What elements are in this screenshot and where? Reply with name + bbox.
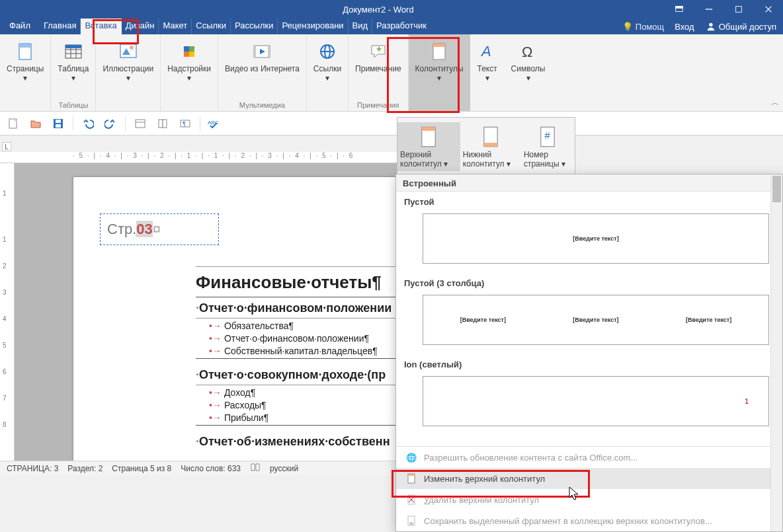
tab-developer[interactable]: Разработчик — [372, 19, 431, 34]
globe-icon: 🌐 — [405, 451, 417, 463]
svg-rect-15 — [65, 45, 81, 48]
undo-button[interactable] — [80, 116, 96, 132]
svg-rect-20 — [189, 46, 194, 52]
qat-btn-3[interactable]: ¶ — [177, 116, 193, 132]
pages-button[interactable]: Страницы▾ — [3, 37, 48, 85]
comment-icon: + — [368, 41, 389, 62]
help-button[interactable]: 💡Помощ — [617, 22, 669, 32]
quick-access-toolbar: ¶ ABC — [0, 112, 783, 135]
status-proofing[interactable] — [250, 462, 261, 475]
addins-icon — [179, 41, 200, 62]
gallery-scrollbar[interactable] — [770, 174, 782, 531]
addins-button[interactable]: Надстройки▾ — [163, 37, 215, 85]
page-number-dropdown[interactable]: # Номер страницы ▾ — [521, 122, 575, 171]
gallery-item-empty[interactable]: [Введите текст] — [423, 213, 769, 264]
tab-review[interactable]: Рецензировани — [278, 19, 348, 34]
ribbon-options-icon[interactable] — [664, 0, 694, 19]
maximize-button[interactable] — [723, 0, 753, 19]
status-page[interactable]: СТРАНИЦА: 3 — [7, 464, 58, 473]
bulb-icon: 💡 — [622, 22, 633, 32]
login-button[interactable]: Вход — [671, 20, 698, 34]
collapse-ribbon-icon[interactable]: ︿ — [771, 97, 779, 108]
header-page-icon — [415, 125, 442, 149]
status-section[interactable]: Раздел: 2 — [67, 464, 103, 473]
svg-rect-16 — [120, 44, 136, 57]
minimize-button[interactable] — [694, 0, 723, 19]
save-button[interactable] — [50, 116, 66, 132]
headers-footers-button[interactable]: Колонтитулы▾ — [411, 37, 468, 85]
illustrations-button[interactable]: Иллюстрации▾ — [99, 37, 157, 85]
doc-heading-2a: ·Отчет·о·финансовом·положении — [196, 301, 397, 315]
svg-text:+: + — [712, 22, 714, 26]
spellcheck-button[interactable]: ABC — [207, 116, 223, 132]
svg-rect-35 — [9, 119, 17, 128]
links-button[interactable]: Ссылки▾ — [309, 37, 345, 85]
svg-text:¶: ¶ — [183, 120, 186, 127]
vertical-ruler[interactable]: 1 1 2 3 4 5 6 7 8 — [0, 163, 15, 461]
header-icon — [429, 41, 450, 62]
new-doc-button[interactable] — [5, 116, 21, 132]
gallery-item-empty-label: Пустой — [396, 192, 782, 209]
table-icon — [63, 41, 84, 62]
status-page-of[interactable]: Страница 5 из 8 — [112, 464, 171, 473]
tab-mailings[interactable]: Рассылки — [231, 19, 278, 34]
svg-text:ABC: ABC — [208, 120, 219, 126]
tab-file[interactable]: Файл — [0, 19, 40, 34]
gallery-save-selection[interactable]: Сохранить выделенный фрагмент в коллекци… — [396, 510, 770, 531]
tab-design[interactable]: Дизайн — [122, 19, 159, 34]
video-button[interactable]: Видео из Интернета — [221, 37, 304, 75]
status-language[interactable]: русский — [270, 464, 298, 473]
tab-references[interactable]: Ссылки — [192, 19, 231, 34]
svg-rect-25 — [268, 46, 270, 57]
links-icon — [317, 41, 338, 62]
header-gallery-dropdown: Встроенный Пустой [Введите текст] Пустой… — [395, 174, 783, 532]
gallery-item-empty3[interactable]: [Введите текст] [Введите текст] [Введите… — [423, 295, 769, 345]
page-icon — [405, 473, 417, 484]
tab-insert[interactable]: Вставка — [81, 19, 121, 34]
footer-dropdown[interactable]: Нижний колонтитул ▾ — [460, 122, 521, 171]
cursor-icon — [569, 486, 581, 501]
document-body[interactable]: Финансовые·отчеты¶ ·Отчет·о·финансовом·п… — [196, 264, 397, 451]
tab-view[interactable]: Вид — [349, 19, 373, 34]
comments-group-label: Примечания — [357, 101, 399, 111]
table-button[interactable]: Таблица▾ — [54, 37, 93, 85]
tab-home[interactable]: Главная — [40, 19, 81, 34]
gallery-item-ion-label: Ion (светлый) — [396, 354, 782, 372]
tab-layout[interactable]: Макет — [159, 19, 192, 34]
page[interactable]: Стр.03¤ Финансовые·отчеты¶ ·Отчет·о·фина… — [73, 176, 397, 461]
media-group-label: Мультимедиа — [239, 101, 285, 111]
qat-btn-2[interactable] — [155, 116, 171, 132]
doc-heading-1: Финансовые·отчеты¶ — [196, 272, 397, 293]
gallery-footer: 🌐 Разрешить обновление контента с сайта … — [396, 446, 770, 531]
qat-btn-1[interactable] — [132, 116, 148, 132]
svg-rect-19 — [184, 46, 189, 52]
svg-point-18 — [130, 46, 134, 50]
horizontal-ruler[interactable]: · 5 · | · 4 · | · 3 · | · 2 · | · 1 · | … — [0, 152, 397, 163]
video-icon — [251, 41, 272, 62]
comment-button[interactable]: + Примечание — [351, 37, 405, 75]
redo-button[interactable] — [103, 116, 118, 132]
header-dropdown[interactable]: Верхний колонтитул ▾ — [397, 122, 460, 171]
window-title: Документ2 - Word — [93, 5, 664, 15]
tables-group-label: Таблицы — [58, 101, 88, 111]
symbols-button[interactable]: Ω Символы▾ — [507, 37, 550, 85]
ribbon-tabs: Файл Главная Вставка Дизайн Макет Ссылки… — [0, 19, 783, 34]
gallery-delete-header[interactable]: Удалить верхний колонтитул — [396, 489, 770, 510]
share-button[interactable]: + Общий доступ — [700, 20, 783, 34]
doc-heading-2b: ·Отчет·о·совокупном·доходе·(пр — [196, 368, 397, 382]
svg-rect-39 — [56, 124, 61, 128]
svg-rect-42 — [159, 120, 163, 128]
title-bar: Документ2 - Word — [0, 0, 783, 19]
svg-rect-22 — [189, 52, 194, 57]
gallery-edit-header[interactable]: Изменить верхний колонтитул — [396, 468, 770, 489]
ribbon: Страницы▾ Таблица▾ Таблицы Иллюстрации▾ … — [0, 34, 783, 112]
svg-rect-59 — [409, 522, 413, 525]
close-button[interactable] — [753, 0, 783, 19]
gallery-section-builtin: Встроенный — [396, 174, 782, 192]
text-button[interactable]: A Текст▾ — [473, 37, 502, 85]
delete-page-icon — [405, 494, 417, 506]
gallery-item-ion[interactable]: 1 — [423, 376, 769, 426]
gallery-more-office[interactable]: 🌐 Разрешить обновление контента с сайта … — [396, 447, 770, 468]
open-button[interactable] — [28, 116, 44, 132]
status-words[interactable]: Число слов: 633 — [181, 464, 241, 473]
